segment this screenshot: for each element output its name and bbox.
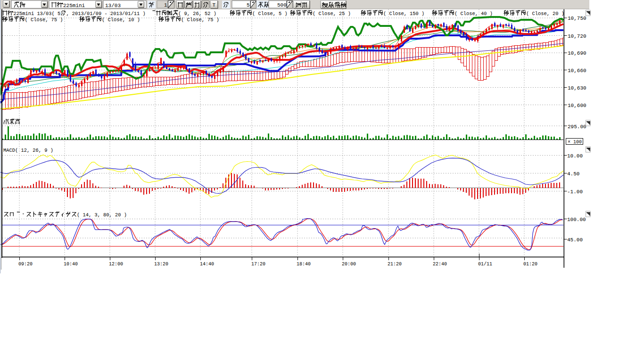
svg-text:225mini 13/03( 5: 225mini 13/03( 5 bbox=[14, 11, 61, 16]
svg-text:T: T bbox=[213, 2, 216, 8]
svg-text:13/03: 13/03 bbox=[105, 3, 121, 8]
svg-text:× 100: × 100 bbox=[568, 140, 582, 145]
svg-text:10,600: 10,600 bbox=[568, 103, 586, 108]
svg-text:17:20: 17:20 bbox=[251, 262, 265, 267]
svg-text:10,750: 10,750 bbox=[568, 16, 586, 21]
svg-text:-1.00: -1.00 bbox=[567, 189, 583, 195]
svg-text:( Close, 75 ): ( Close, 75 ) bbox=[25, 17, 63, 23]
svg-text:01/11: 01/11 bbox=[478, 262, 492, 267]
svg-text:225mini: 225mini bbox=[63, 3, 85, 8]
svg-text:4.50: 4.50 bbox=[567, 171, 579, 177]
svg-text:22:40: 22:40 bbox=[433, 262, 447, 267]
svg-text:10,660: 10,660 bbox=[568, 68, 586, 74]
svg-text:12:00: 12:00 bbox=[109, 262, 123, 267]
svg-text:10.00: 10.00 bbox=[567, 153, 583, 159]
svg-text:( 14, 3, 80, 20 ): ( 14, 3, 80, 20 ) bbox=[77, 212, 127, 218]
svg-text:20:00: 20:00 bbox=[342, 262, 356, 267]
svg-text:10,720: 10,720 bbox=[568, 33, 586, 39]
svg-text:100.00: 100.00 bbox=[567, 217, 586, 222]
svg-text:( Close, 150 ): ( Close, 150 ) bbox=[383, 11, 424, 16]
svg-text:01:20: 01:20 bbox=[523, 262, 537, 267]
svg-text:( Close, 5 ): ( Close, 5 ) bbox=[252, 11, 288, 16]
svg-text:( 9, 26, 52 ): ( 9, 26, 52 ) bbox=[178, 11, 216, 16]
svg-text:09:20: 09:20 bbox=[18, 262, 33, 267]
svg-text:21:20: 21:20 bbox=[388, 262, 402, 267]
svg-text:1: 1 bbox=[164, 2, 167, 8]
svg-text:295.00: 295.00 bbox=[568, 124, 586, 130]
svg-text:( Close, 20 ): ( Close, 20 ) bbox=[526, 11, 564, 16]
svg-text:( Close, 25 ): ( Close, 25 ) bbox=[313, 11, 351, 16]
svg-text:10:40: 10:40 bbox=[64, 262, 78, 267]
svg-text:10,630: 10,630 bbox=[568, 85, 586, 91]
svg-text:10,690: 10,690 bbox=[568, 50, 586, 56]
svg-text:MACD( 12, 26, 9 ): MACD( 12, 26, 9 ) bbox=[3, 148, 53, 153]
svg-text:5: 5 bbox=[247, 2, 250, 8]
svg-text:500: 500 bbox=[277, 2, 287, 8]
svg-text:18:40: 18:40 bbox=[297, 262, 311, 267]
svg-text:, 2013/01/09 - 2013/01/11 ): , 2013/01/09 - 2013/01/11 ) bbox=[66, 11, 145, 16]
svg-text:( Close, 75 ): ( Close, 75 ) bbox=[181, 17, 219, 23]
svg-text:13:20: 13:20 bbox=[154, 262, 168, 267]
svg-text:14:40: 14:40 bbox=[200, 262, 214, 267]
svg-text:45.00: 45.00 bbox=[567, 237, 583, 243]
svg-text:( Close, 10 ): ( Close, 10 ) bbox=[102, 17, 140, 23]
svg-text:( Close, 40 ): ( Close, 40 ) bbox=[454, 11, 493, 16]
